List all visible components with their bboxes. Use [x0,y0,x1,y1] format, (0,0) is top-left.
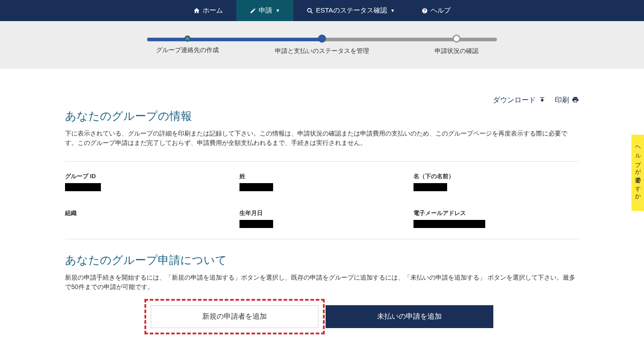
caret-down-icon: ▼ [276,8,280,13]
group-info-desc: 下に表示されている、グループの詳細を印刷または記録して下さい。この情報は、申請状… [65,129,579,148]
top-actions: ダウンロード 印刷 [65,96,579,105]
search-icon [307,8,313,14]
group-info-title: あなたのグループの情報 [65,109,579,123]
value-first-name-redacted [413,183,447,191]
label-group-id: グループ ID [65,172,231,180]
print-label: 印刷 [555,96,569,105]
value-group-id-redacted [65,183,101,191]
print-icon [572,96,579,105]
nav-apply[interactable]: 申請 ▼ [236,0,294,21]
nav-apply-label: 申請 [259,6,272,15]
info-email: 電子メールアドレス [413,209,579,228]
step-dot-current [318,35,326,43]
label-last-name: 姓 [239,172,405,180]
group-app-desc: 新規の申請手続きを開始するには、「新規の申請を追加する」ボタンを選択し、既存の申… [65,273,579,292]
value-last-name-redacted [239,183,273,191]
info-first-name: 名（下の名前） [413,172,579,191]
info-dob: 生年月日 [239,209,405,228]
progress-step-2: 申請と支払いのステータスを管理 [255,35,389,55]
info-grid: グループ ID 姓 名（下の名前） 組織 生年月日 電子メールアドレス [65,161,579,239]
progress-step-1: グループ連絡先の作成 [120,35,255,55]
step-1-label: グループ連絡先の作成 [156,46,219,54]
label-first-name: 名（下の名前） [413,172,579,180]
home-icon [193,7,200,14]
step-3-label: 申請状況の確認 [435,47,479,55]
add-unpaid-application-button[interactable]: 未払いの申請を追加 [326,305,493,328]
caret-down-icon: ▼ [391,8,395,13]
svg-point-0 [308,8,311,12]
progress-step-3: 申請状況の確認 [389,35,524,55]
nav-status-label: ESTAのステータス確認 [316,6,387,15]
step-2-label: 申請と支払いのステータスを管理 [275,47,369,55]
step-dot-done [184,35,191,42]
svg-line-1 [311,11,313,13]
nav-home[interactable]: ホーム [180,0,236,21]
value-dob-redacted [239,220,273,228]
label-dob: 生年月日 [239,209,405,217]
info-last-name: 姓 [239,172,405,191]
nav-home-label: ホーム [203,6,223,15]
download-icon [539,96,546,105]
progress-section: グループ連絡先の作成 申請と支払いのステータスを管理 申請状況の確認 [0,21,644,69]
pencil-icon [250,8,256,14]
button-row: 新規の申請者を追加 未払いの申請を追加 [65,305,579,328]
help-side-tab[interactable]: ヘルプが必要ですか。 [631,135,644,211]
label-email: 電子メールアドレス [413,209,579,217]
download-label: ダウンロード [493,96,536,105]
group-app-title: あなたのグループ申請について [65,253,579,267]
info-org: 組織 [65,209,231,228]
main-navbar: ホーム 申請 ▼ ESTAのステータス確認 ▼ ヘルプ [0,0,644,21]
add-new-applicant-button[interactable]: 新規の申請者を追加 [151,305,318,328]
nav-help-label: ヘルプ [431,6,451,15]
info-group-id: グループ ID [65,172,231,191]
nav-help[interactable]: ヘルプ [408,0,464,21]
download-link[interactable]: ダウンロード [493,96,546,105]
label-org: 組織 [65,209,231,217]
nav-status[interactable]: ESTAのステータス確認 ▼ [293,0,408,21]
question-icon [422,8,428,14]
step-dot-pending [453,35,461,43]
print-link[interactable]: 印刷 [555,96,579,105]
value-email-redacted [413,220,485,228]
